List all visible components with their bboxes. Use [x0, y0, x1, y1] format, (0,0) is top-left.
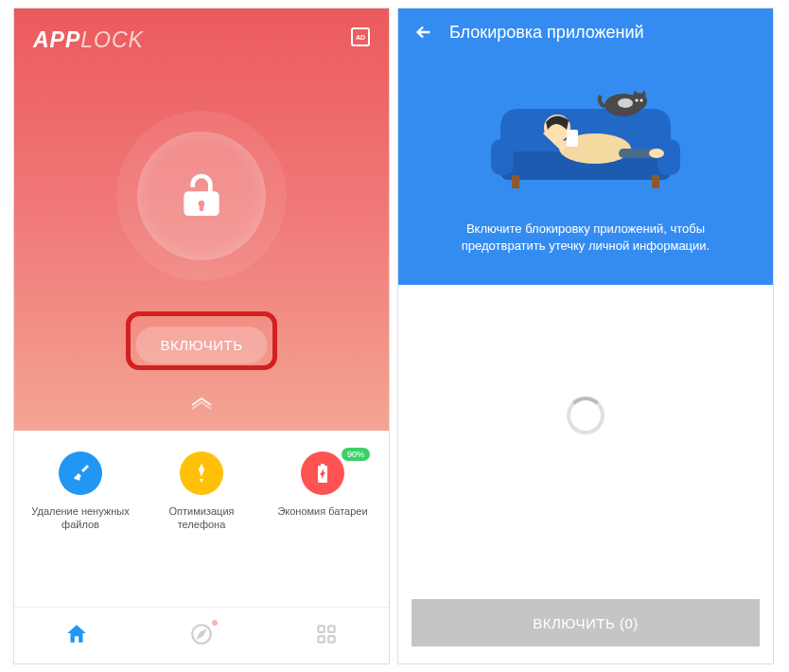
features-row: Удаление ненужных файлов Оптимизация тел… — [14, 431, 389, 607]
hero-subtitle: Включите блокировку приложений, чтобы пр… — [398, 221, 773, 255]
battery-icon — [301, 451, 344, 495]
battery-badge: 90% — [342, 448, 370, 461]
notification-dot — [212, 620, 218, 626]
compass-icon — [189, 622, 214, 646]
svg-rect-9 — [652, 175, 659, 188]
feature-optimize[interactable]: Оптимизация телефона — [141, 451, 262, 607]
phone-right: Блокировка приложений — [397, 8, 774, 664]
phone-left: APPLOCK AD ВКЛЮЧИТЬ Удаление ненужных фа… — [13, 8, 390, 664]
feature-label: Удаление ненужных файлов — [20, 504, 141, 532]
app-title: APPLOCK — [33, 27, 144, 53]
svg-rect-6 — [491, 139, 514, 175]
left-hero: APPLOCK AD ВКЛЮЧИТЬ — [14, 9, 389, 431]
chevron-up-icon[interactable] — [188, 395, 215, 414]
svg-rect-12 — [567, 130, 578, 147]
svg-rect-4 — [328, 636, 335, 643]
couch-illustration — [472, 62, 699, 194]
svg-rect-3 — [318, 636, 324, 643]
nav-compass[interactable] — [189, 622, 214, 650]
feature-label: Экономия батареи — [273, 504, 371, 518]
lock-circle-inner — [137, 132, 266, 260]
feature-label: Оптимизация телефона — [141, 504, 262, 532]
grid-icon — [314, 622, 339, 646]
ad-icon[interactable]: AD — [351, 27, 370, 46]
rocket-icon — [180, 451, 223, 495]
app-name-bold: APP — [33, 27, 80, 52]
svg-rect-1 — [318, 626, 324, 632]
loading-spinner — [567, 397, 605, 434]
enable-count-button[interactable]: ВКЛЮЧИТЬ (0) — [412, 599, 760, 646]
svg-point-17 — [640, 99, 643, 102]
broom-icon — [59, 451, 102, 495]
app-name-thin: LOCK — [80, 27, 144, 52]
page-title: Блокировка приложений — [449, 23, 644, 43]
right-header: Блокировка приложений — [398, 9, 773, 56]
svg-rect-2 — [328, 626, 335, 632]
back-arrow-icon[interactable] — [413, 22, 434, 43]
home-icon — [64, 622, 89, 646]
feature-clean[interactable]: Удаление ненужных файлов — [20, 451, 141, 607]
lock-circle-outer[interactable] — [116, 111, 287, 281]
subtitle-line2: предотвратить утечку личной информации. — [462, 239, 710, 253]
svg-point-15 — [618, 98, 633, 108]
nav-apps[interactable] — [314, 622, 339, 650]
svg-rect-8 — [512, 175, 519, 188]
nav-home[interactable] — [64, 622, 89, 650]
svg-point-19 — [649, 149, 664, 158]
svg-point-16 — [636, 99, 639, 102]
enable-button[interactable]: ВКЛЮЧИТЬ — [135, 327, 267, 363]
feature-battery[interactable]: 90% Экономия батареи — [262, 451, 383, 607]
bottom-nav — [14, 607, 389, 663]
subtitle-line1: Включите блокировку приложений, чтобы — [466, 221, 705, 236]
right-hero: Блокировка приложений — [398, 9, 773, 285]
right-body: ВКЛЮЧИТЬ (0) — [398, 285, 773, 663]
unlock-icon — [175, 169, 228, 222]
